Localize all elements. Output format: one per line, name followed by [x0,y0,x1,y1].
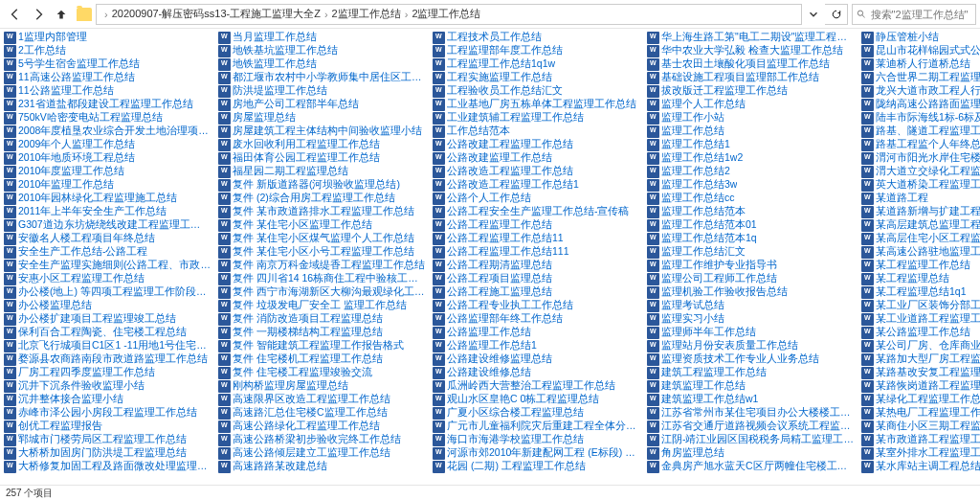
file-item[interactable]: 监理师半年工作总结 [645,326,856,339]
file-item[interactable]: 安全生产监理实施细则(公路工程、市政工程) [2,259,212,272]
file-item[interactable]: 某路加大型厂房工程监理工作总结 [859,352,980,366]
file-item[interactable]: 防洪堤监理工作总结 [216,84,427,98]
file-item[interactable]: 陇纳高速公路路面监理CZ项目监理工 [859,98,980,111]
file-item[interactable]: 监理工作总结cc [645,192,856,205]
file-item[interactable]: 海口市海港学校监理工作总结 [431,433,641,446]
file-item[interactable]: 房地产公司工程部半年总结 [216,98,427,111]
file-item[interactable]: 231省道盐都段建设工程监理工作总结 [2,98,212,111]
file-item[interactable]: 工程实施监理工作总结 [431,71,641,84]
file-item[interactable]: 2009年个人监理工作总结 [2,138,212,151]
file-item[interactable]: 静压管桩小结 [859,31,980,44]
file-item[interactable]: 渭大道立交绿化工程监理工作总结 [859,165,980,178]
file-item[interactable]: 广夏小区综合楼工程监理总结 [431,406,641,420]
file-item[interactable]: 房屋建筑工程主体结构中间验收监理小结 [216,125,427,138]
file-item[interactable]: 渭河市阳光水岸住宅楼工程监理工作总结 [859,151,980,165]
file-item[interactable]: 莱迪桥人行道桥总结 [859,57,980,71]
search-box[interactable] [852,4,976,25]
file-item[interactable]: 2010年地质环境工程总结 [2,151,212,165]
file-item[interactable]: 监理个人工作总结 [645,98,856,111]
file-item[interactable]: 大桥桥加固房门防洪堤工程监理总结 [2,446,212,460]
nav-back-button[interactable] [4,3,27,26]
file-item[interactable]: 基士农田土壤酸化项目监理工作总结 [645,57,856,71]
file-item[interactable]: 瓜洲岭西大营整治工程监理工作总结 [431,379,641,393]
breadcrumb-segment[interactable]: 20200907-解压密码ss13-工程施工监理大全Z [112,7,321,21]
nav-forward-button[interactable] [27,3,50,26]
breadcrumb[interactable]: › 20200907-解压密码ss13-工程施工监理大全Z › 2监理工作总结 … [96,4,802,25]
file-item[interactable]: 金典房产旭水蓝天C区厅两幢住宅楼工程监理工作总结 [645,460,856,473]
file-item[interactable]: 工程验收员工作总结汇文 [431,84,641,98]
breadcrumb-segment[interactable]: 2监理工作总结 [332,7,401,21]
file-item[interactable]: 某工程监理工作总结 [859,259,980,272]
file-item[interactable]: 安惠小区工程监理工作总结 [2,272,212,285]
file-item[interactable]: 监理工作总结汇文 [645,245,856,259]
file-item[interactable]: 基础设施工程项目监理部工作总结 [645,71,856,84]
file-item[interactable]: 监理资质技术工作专业人业务总结 [645,352,856,366]
file-item[interactable]: 某路恢岗道路工程监理总结 [859,379,980,393]
file-item[interactable]: 英大道桥染工程监理工作总结 [859,178,980,192]
file-item[interactable]: 复件 (2)综合用房工程监理工作总结 [216,192,427,205]
file-item[interactable]: 复件 南京万科金域缇香工程监理工作总结 [216,259,427,272]
file-item[interactable]: 某水库站主调工程总结 [859,460,980,473]
file-item[interactable]: 公路工程期清监理总结 [431,259,641,272]
file-item[interactable]: 公路个人工作总结 [431,192,641,205]
file-item[interactable]: 复件 一期楼梯结构工程监理总结 [216,326,427,339]
file-item[interactable]: 某绿化工程监理工作总结 [859,393,980,406]
file-item[interactable]: 复件 垃圾发电厂安全工 监理工作总结 [216,299,427,312]
file-item[interactable]: 11高速公路监理工作总结 [2,71,212,84]
file-item[interactable]: 监理机验工作验收报告总结 [645,285,856,299]
file-item[interactable]: 复件 智能建筑工程监理工作报告格式 [216,339,427,352]
file-item[interactable]: 花园 (二期) 工程监理工作总结 [431,460,641,473]
file-item[interactable]: 安全生产工作总结-公路工程 [2,245,212,259]
file-item[interactable]: 河源市郊2010年新建配网工程 (E标段) 监理工作总结 [431,446,641,460]
file-item[interactable]: 监理工作总结3w [645,178,856,192]
file-item[interactable]: 厂房工程四季度监理工作总结 [2,366,212,379]
file-item[interactable]: 广元市儿童福利院灾后重建工程全体分部工程监理工作总结 [431,420,641,433]
file-item[interactable]: 某道路新增与扩建工程监理工作总结 [859,205,980,218]
file-item[interactable]: 某道路工程 [859,192,980,205]
file-item[interactable]: 地铁监理工作总结 [216,57,427,71]
file-item[interactable]: 婺源县农商路南段市政道路监理工作总结 [2,352,212,366]
file-item[interactable]: 复件 新版道路器(河坝验收监理总结) [216,178,427,192]
file-item[interactable]: 监理站月份安表质量工作总结 [645,339,856,352]
file-item[interactable]: 某公司厂房、仓库商业房及地下车库工程 [859,339,980,352]
file-item[interactable]: 复件 消防改造项目工程监理总结 [216,312,427,326]
file-item[interactable]: 某室外排水工程监理工作总结 [859,446,980,460]
file-item[interactable]: 高速限界区改造工程监理工作总结 [216,393,427,406]
file-item[interactable]: 复件 住宅楼工程监理竣验交流 [216,366,427,379]
file-item[interactable]: 某市政道路工程监理工程监理工作总结 [859,433,980,446]
nav-up-button[interactable] [50,3,73,26]
file-item[interactable]: 某工业道路工程监理工作总结 [859,312,980,326]
file-item[interactable]: 拔改版迁工程监理工作总结 [645,84,856,98]
file-item[interactable]: 2010年度监理工作总结 [2,165,212,178]
file-item[interactable]: 华上海生路工第"电工二期设"监理工程监理工作总结 [645,31,856,44]
file-item[interactable]: 路基工程监个人年终总结 [859,138,980,151]
file-item[interactable]: 郓城市门楼劳局区工程监理工作总结 [2,433,212,446]
file-item[interactable]: 公路工程监理工作总结111 [431,245,641,259]
file-item[interactable]: 安徽名人楼工程项目年终总结 [2,232,212,245]
file-item[interactable]: 复件 某市政道路排水工程监理工作总结 [216,205,427,218]
file-item[interactable]: 办公楼扩建项目工程监理竣工总结 [2,312,212,326]
file-item[interactable]: 地铁基坑监理工作总结 [216,44,427,57]
file-item[interactable]: 当月监理工作总结 [216,31,427,44]
file-item[interactable]: 750kV哈密变电站工程监理总结 [2,111,212,125]
file-item[interactable]: 监理工作总结1 [645,138,856,151]
file-item[interactable]: 某公路监理工作总结 [859,326,980,339]
file-item[interactable]: 某高层住宅小区工程监理工作总结 [859,232,980,245]
file-item[interactable]: 保利百合工程陶瓷、住宅楼工程总结 [2,326,212,339]
file-item[interactable]: 监理考试总结 [645,299,856,312]
file-item[interactable]: 某高速公路驻地监理工作总结 [859,245,980,259]
file-item[interactable]: 龙兴大道市政工程人行地下通道监理工作 [859,84,980,98]
file-item[interactable]: 路基、隧道工程监理工作总结 [859,125,980,138]
file-item[interactable]: 监理公司工程师工作总结 [645,272,856,285]
file-item[interactable]: 建筑工程监理工作总结 [645,366,856,379]
file-item[interactable]: 公路改建工程监理工作总结 [431,138,641,151]
file-item[interactable]: 废水回收利用工程监理工作总结 [216,138,427,151]
file-item[interactable]: 都江堰市农村中小学教师集中居住区工程 (高桥) 监理工作总结 [216,71,427,84]
file-item[interactable]: 公路监理工作总结 [431,326,641,339]
file-item[interactable]: 公路工程专业执工工作总结 [431,299,641,312]
file-item[interactable]: 昆山市花样锦园式式公寓楼工程监理工作总结 [859,44,980,57]
file-item[interactable]: 建筑监理工作总结w1 [645,393,856,406]
file-item[interactable]: 赤峰市泽公园小房段工程监理工作总结 [2,406,212,420]
file-item[interactable]: 1监理内部管理 [2,31,212,44]
file-item[interactable]: 工程技术员工作总结 [431,31,641,44]
